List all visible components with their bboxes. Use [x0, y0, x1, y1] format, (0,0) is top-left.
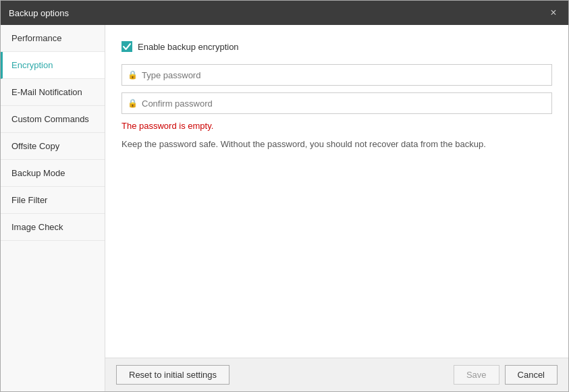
password-input[interactable] — [142, 70, 546, 80]
error-message: The password is empty. — [121, 121, 552, 131]
password-field[interactable]: 🔒 — [121, 64, 552, 86]
sidebar-item-backup-mode[interactable]: Backup Mode — [1, 160, 105, 187]
sidebar-item-offsite-copy[interactable]: Offsite Copy — [1, 133, 105, 160]
dialog-body: Performance Encryption E-Mail Notificati… — [1, 25, 568, 391]
sidebar-item-file-filter[interactable]: File Filter — [1, 187, 105, 214]
sidebar-item-performance[interactable]: Performance — [1, 25, 105, 52]
cancel-button[interactable]: Cancel — [505, 365, 558, 385]
close-button[interactable]: × — [547, 6, 560, 20]
confirm-password-field[interactable]: 🔒 — [121, 92, 552, 114]
sidebar-item-custom-commands[interactable]: Custom Commands — [1, 106, 105, 133]
sidebar-item-image-check[interactable]: Image Check — [1, 214, 105, 241]
sidebar-item-email[interactable]: E-Mail Notification — [1, 79, 105, 106]
lock-icon: 🔒 — [128, 70, 138, 80]
sidebar: Performance Encryption E-Mail Notificati… — [1, 25, 105, 391]
confirm-password-input[interactable] — [142, 99, 546, 109]
enable-encryption-row: Enable backup encryption — [121, 41, 552, 52]
enable-encryption-checkbox[interactable] — [121, 41, 132, 52]
dialog-title: Backup options — [9, 8, 69, 18]
sidebar-item-encryption[interactable]: Encryption — [1, 52, 105, 79]
footer: Reset to initial settings Save Cancel — [105, 358, 568, 391]
footer-right-buttons: Save Cancel — [454, 365, 558, 385]
lock-confirm-icon: 🔒 — [128, 99, 138, 108]
title-bar: Backup options × — [1, 1, 568, 25]
content-area: Enable backup encryption 🔒 🔒 The passwor… — [105, 25, 568, 358]
enable-encryption-label: Enable backup encryption — [138, 42, 239, 52]
reset-button[interactable]: Reset to initial settings — [116, 365, 229, 385]
backup-options-dialog: Backup options × Performance Encryption … — [0, 0, 569, 392]
main-content: Enable backup encryption 🔒 🔒 The passwor… — [105, 25, 568, 391]
save-button[interactable]: Save — [454, 365, 499, 385]
info-text: Keep the password safe. Without the pass… — [121, 138, 552, 151]
